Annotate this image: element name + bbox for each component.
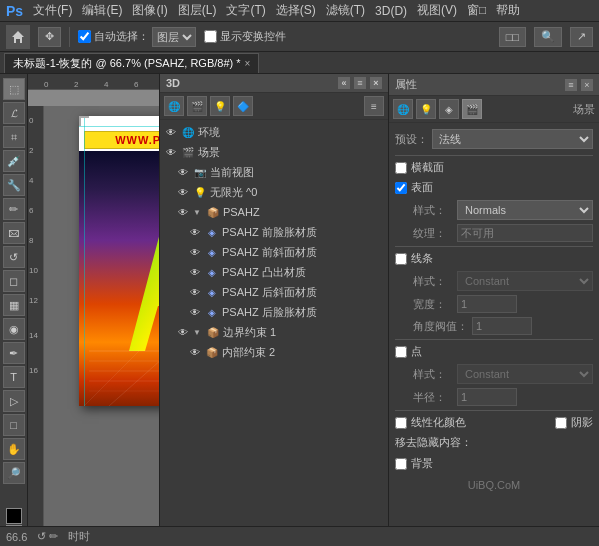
eye-mat5[interactable]: 👁: [188, 305, 202, 319]
tree-item-mat3[interactable]: 👁 ◈ PSAHZ 凸出材质: [160, 262, 388, 282]
canvas-viewport[interactable]: WWW.PSAHZ.COM: [44, 106, 159, 546]
arrow-constraint[interactable]: ▼: [193, 328, 201, 337]
3d-filter-environment[interactable]: 🌐: [164, 96, 184, 116]
document-tab[interactable]: 未标题-1-恢复的 @ 66.7% (PSAHZ, RGB/8#) * ×: [4, 53, 259, 73]
zoom-in-tool[interactable]: 🔎: [3, 462, 25, 484]
selection-tool[interactable]: ⬚: [3, 78, 25, 100]
zoom-button[interactable]: 🔍: [534, 27, 562, 47]
move-tool-button[interactable]: ✥: [38, 27, 61, 47]
props-tab-light[interactable]: 💡: [416, 99, 436, 119]
auto-select-checkbox[interactable]: [78, 30, 91, 43]
props-close-btn[interactable]: ×: [581, 79, 593, 91]
arrange-button[interactable]: □□: [499, 27, 526, 47]
eye-mat1[interactable]: 👁: [188, 225, 202, 239]
text-tool[interactable]: T: [3, 366, 25, 388]
linear-color-checkbox[interactable]: [395, 417, 407, 429]
gradient-tool[interactable]: ▦: [3, 294, 25, 316]
tree-item-psahz[interactable]: 👁 ▼ 📦 PSAHZ: [160, 202, 388, 222]
icon-constraint: 📦: [206, 325, 220, 339]
foreground-color[interactable]: [6, 508, 22, 524]
path-select-tool[interactable]: ▷: [3, 390, 25, 412]
props-menu-btn[interactable]: ≡: [565, 79, 577, 91]
props-tab-scene[interactable]: 🎬: [462, 99, 482, 119]
tab-close-button[interactable]: ×: [245, 58, 251, 69]
tree-item-mat5[interactable]: 👁 ◈ PSAHZ 后脸胀材质: [160, 302, 388, 322]
show-transform-checkbox[interactable]: [204, 30, 217, 43]
lasso-tool[interactable]: 𝓛: [3, 102, 25, 124]
menu-layer[interactable]: 图层(L): [178, 2, 217, 19]
menu-image[interactable]: 图像(I): [132, 2, 167, 19]
eye-psahz[interactable]: 👁: [176, 205, 190, 219]
blur-tool[interactable]: ◉: [3, 318, 25, 340]
document-canvas[interactable]: WWW.PSAHZ.COM: [79, 116, 159, 406]
home-button[interactable]: [6, 25, 30, 49]
eye-mat2[interactable]: 👁: [188, 245, 202, 259]
ruler-tick-0: 0: [44, 80, 48, 89]
menu-edit[interactable]: 编辑(E): [82, 2, 122, 19]
clone-tool[interactable]: 🖂: [3, 222, 25, 244]
menu-filter[interactable]: 滤镜(T): [326, 2, 365, 19]
eye-scene[interactable]: 👁: [164, 145, 178, 159]
brush-icon[interactable]: ✏: [49, 530, 58, 542]
tree-item-mat2[interactable]: 👁 ◈ PSAHZ 前斜面材质: [160, 242, 388, 262]
auto-select-dropdown[interactable]: 图层: [152, 27, 196, 47]
tree-item-scene[interactable]: 👁 🎬 场景: [160, 142, 388, 162]
share-button[interactable]: ↗: [570, 27, 593, 47]
surface-style-dropdown[interactable]: Normals Solid: [457, 200, 593, 220]
surface-texture-input[interactable]: [457, 224, 593, 242]
eraser-tool[interactable]: ◻: [3, 270, 25, 292]
tree-item-inner-constraint[interactable]: 👁 📦 内部约束 2: [160, 342, 388, 362]
eye-current-view[interactable]: 👁: [176, 165, 190, 179]
tree-item-constraint[interactable]: 👁 ▼ 📦 边界约束 1: [160, 322, 388, 342]
hand-tool[interactable]: ✋: [3, 438, 25, 460]
eye-mat3[interactable]: 👁: [188, 265, 202, 279]
tree-item-light[interactable]: 👁 💡 无限光 ^0: [160, 182, 388, 202]
background-checkbox[interactable]: [395, 458, 407, 470]
tree-item-mat1[interactable]: 👁 ◈ PSAHZ 前脸胀材质: [160, 222, 388, 242]
3d-panel-menu[interactable]: ≡: [354, 77, 366, 89]
linestroke-style-dropdown[interactable]: Constant: [457, 271, 593, 291]
history-icon[interactable]: ↺: [37, 530, 46, 542]
3d-filter-scene[interactable]: 🎬: [187, 96, 207, 116]
point-style-dropdown[interactable]: Constant: [457, 364, 593, 384]
eye-mat4[interactable]: 👁: [188, 285, 202, 299]
tree-item-current-view[interactable]: 👁 📷 当前视图: [160, 162, 388, 182]
3d-filter-materials[interactable]: 🔷: [233, 96, 253, 116]
eye-constraint[interactable]: 👁: [176, 325, 190, 339]
eye-inner-constraint[interactable]: 👁: [188, 345, 202, 359]
point-checkbox[interactable]: [395, 346, 407, 358]
menu-select[interactable]: 选择(S): [276, 2, 316, 19]
eye-light[interactable]: 👁: [176, 185, 190, 199]
point-radius-input[interactable]: [457, 388, 517, 406]
menu-view[interactable]: 视图(V): [417, 2, 457, 19]
linestroke-angle-input[interactable]: [472, 317, 532, 335]
menu-text[interactable]: 文字(T): [226, 2, 265, 19]
crop-tool[interactable]: ⌗: [3, 126, 25, 148]
shadow-checkbox[interactable]: [555, 417, 567, 429]
props-tab-material[interactable]: ◈: [439, 99, 459, 119]
linestroke-checkbox[interactable]: [395, 253, 407, 265]
arrow-psahz[interactable]: ▼: [193, 208, 201, 217]
surface-checkbox[interactable]: [395, 182, 407, 194]
tree-item-environment[interactable]: 👁 🌐 环境: [160, 122, 388, 142]
crosshatch-checkbox[interactable]: [395, 162, 407, 174]
eye-environment[interactable]: 👁: [164, 125, 178, 139]
3d-panel-close[interactable]: ×: [370, 77, 382, 89]
brush-tool[interactable]: ✏: [3, 198, 25, 220]
menu-file[interactable]: 文件(F): [33, 2, 72, 19]
props-tab-env[interactable]: 🌐: [393, 99, 413, 119]
3d-panel-collapse[interactable]: «: [338, 77, 350, 89]
menu-window[interactable]: 窗□: [467, 2, 486, 19]
tree-item-mat4[interactable]: 👁 ◈ PSAHZ 后斜面材质: [160, 282, 388, 302]
heal-tool[interactable]: 🔧: [3, 174, 25, 196]
linestroke-width-input[interactable]: [457, 295, 517, 313]
preset-dropdown[interactable]: 法线 实体: [432, 129, 593, 149]
menu-help[interactable]: 帮助: [496, 2, 520, 19]
pen-tool[interactable]: ✒: [3, 342, 25, 364]
history-tool[interactable]: ↺: [3, 246, 25, 268]
eyedropper-tool[interactable]: 💉: [3, 150, 25, 172]
3d-filter-lights[interactable]: 💡: [210, 96, 230, 116]
menu-3d[interactable]: 3D(D): [375, 4, 407, 18]
shape-tool[interactable]: □: [3, 414, 25, 436]
3d-panel-menu-btn[interactable]: ≡: [364, 96, 384, 116]
